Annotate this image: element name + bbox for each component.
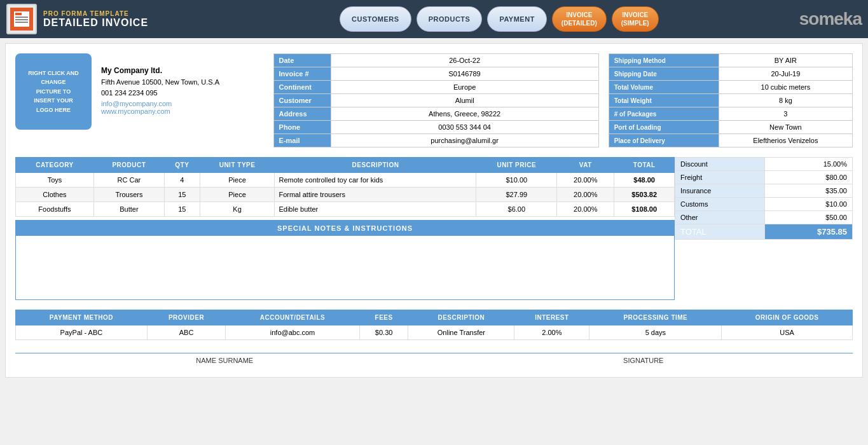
- shipping-value: Eleftherios Venizelos: [719, 134, 852, 147]
- svg-rect-4: [15, 22, 28, 23]
- shipping-row: Place of DeliveryEleftherios Venizelos: [609, 134, 852, 147]
- shipping-label: Shipping Date: [609, 67, 719, 81]
- special-notes: SPECIAL NOTES & INSTRUCTIONS: [15, 220, 675, 300]
- invoice-field-value: Athens, Greece, 98222: [331, 107, 598, 121]
- invoice-field-value: purchasing@alumil.gr: [331, 134, 598, 147]
- invoice-info-table: Date26-Oct-22Invoice #S0146789ContinentE…: [273, 53, 599, 147]
- product-cell: 20.00%: [557, 173, 614, 188]
- product-cell: $503.82: [614, 188, 675, 202]
- payment-cell: PayPal - ABC: [16, 325, 148, 340]
- payment-table: PAYMENT METHODPROVIDERACCOUNT/DETAILSFEE…: [15, 310, 853, 340]
- product-cell: $48.00: [614, 173, 675, 188]
- shipping-row: # of Packages3: [609, 107, 852, 121]
- svg-rect-1: [15, 13, 22, 15]
- shipping-value: 10 cubic meters: [719, 81, 852, 94]
- brand-name: someka: [799, 9, 862, 29]
- brand-logo: someka: [799, 9, 862, 29]
- product-cell: Piece: [200, 188, 275, 202]
- shipping-table: Shipping MethodBY AIRShipping Date20-Jul…: [609, 53, 853, 147]
- product-cell: $108.00: [614, 202, 675, 217]
- header: PRO FORMA TEMPLATE DETAILED INVOICE CUST…: [0, 0, 868, 38]
- svg-rect-2: [15, 17, 28, 18]
- app-icon: [6, 4, 37, 34]
- signature-row: NAME SURNAME SIGNATURE: [15, 353, 853, 367]
- summary-table: Discount15.00%Freight$80.00Insurance$35.…: [675, 157, 853, 240]
- summary-row: Freight$80.00: [675, 171, 853, 184]
- product-cell: 20.00%: [557, 188, 614, 202]
- summary-row-value: $35.00: [764, 184, 852, 198]
- nav-products-button[interactable]: PRODUCTS: [417, 6, 483, 32]
- invoice-info-row: Date26-Oct-22: [273, 54, 598, 67]
- invoice-info-row: Phone0030 553 344 04: [273, 121, 598, 134]
- logo-placeholder-text: RIGHT CLICK ANDCHANGEPICTURE TOINSERT YO…: [28, 69, 79, 114]
- total-value: $735.85: [764, 224, 852, 240]
- summary-row-label: Other: [675, 211, 765, 224]
- payment-col-header: FEES: [359, 310, 408, 325]
- shipping-row: Shipping MethodBY AIR: [609, 54, 852, 67]
- shipping-label: # of Packages: [609, 107, 719, 121]
- product-cell: Butter: [93, 202, 164, 217]
- product-cell: Clothes: [16, 188, 94, 202]
- summary-row-label: Customs: [675, 198, 765, 211]
- summary-area: Discount15.00%Freight$80.00Insurance$35.…: [675, 157, 853, 300]
- special-notes-body[interactable]: [16, 236, 674, 299]
- invoice-field-value: Alumil: [331, 94, 598, 107]
- company-email-link[interactable]: info@mycompany.com: [101, 100, 264, 107]
- invoice-info-row: AddressAthens, Greece, 98222: [273, 107, 598, 121]
- invoice-field-label: Phone: [273, 121, 331, 134]
- main-content: RIGHT CLICK ANDCHANGEPICTURE TOINSERT YO…: [5, 43, 863, 378]
- payment-col-header: DESCRIPTION: [408, 310, 514, 325]
- table-row: PayPal - ABCABCinfo@abc.com$0.30Online T…: [16, 325, 853, 340]
- summary-row: Discount15.00%: [675, 158, 853, 171]
- invoice-field-label: Continent: [273, 81, 331, 94]
- nav-invoice-detailed-button[interactable]: INVOICE(DETAILED): [552, 6, 607, 32]
- logo-placeholder[interactable]: RIGHT CLICK ANDCHANGEPICTURE TOINSERT YO…: [15, 53, 92, 130]
- company-info-row: RIGHT CLICK ANDCHANGEPICTURE TOINSERT YO…: [15, 53, 853, 147]
- payment-col-header: INTEREST: [514, 310, 589, 325]
- invoice-info-row: ContinentEurope: [273, 81, 598, 94]
- summary-row-label: Freight: [675, 171, 765, 184]
- payment-cell: USA: [722, 325, 853, 340]
- product-cell: Foodstuffs: [16, 202, 94, 217]
- nav-invoice-simple-button[interactable]: INVOICE(SIMPLE): [612, 6, 659, 32]
- products-col-header: QTY: [164, 158, 200, 173]
- product-cell: $10.00: [476, 173, 557, 188]
- total-label: TOTAL: [675, 224, 765, 240]
- header-subtitle: PRO FORMA TEMPLATE: [43, 10, 148, 17]
- table-row: ClothesTrousers15PieceFormal attire trou…: [16, 188, 675, 202]
- nav-buttons: CUSTOMERS PRODUCTS PAYMENT INVOICE(DETAI…: [148, 6, 799, 32]
- invoice-field-label: Invoice #: [273, 67, 331, 81]
- products-col-header: TOTAL: [614, 158, 675, 173]
- product-cell: 15: [164, 202, 200, 217]
- nav-customers-button[interactable]: CUSTOMERS: [340, 6, 411, 32]
- products-col-header: CATEGORY: [16, 158, 94, 173]
- shipping-row: Port of LoadingNew Town: [609, 121, 852, 134]
- company-website-link[interactable]: www.mycompany.com: [101, 107, 264, 115]
- summary-row-value: $10.00: [764, 198, 852, 211]
- payment-cell: Online Transfer: [408, 325, 514, 340]
- product-cell: Trousers: [93, 188, 164, 202]
- payment-cell: info@abc.com: [226, 325, 360, 340]
- product-cell: 20.00%: [557, 202, 614, 217]
- product-cell: RC Car: [93, 173, 164, 188]
- invoice-field-label: Address: [273, 107, 331, 121]
- nav-payment-button[interactable]: PAYMENT: [487, 6, 546, 32]
- shipping-label: Total Weight: [609, 94, 719, 107]
- product-cell: Kg: [200, 202, 275, 217]
- products-col-header: DESCRIPTION: [275, 158, 476, 173]
- company-name: My Company ltd.: [101, 66, 264, 75]
- product-cell: 15: [164, 188, 200, 202]
- summary-row: Other$50.00: [675, 211, 853, 224]
- summary-total-row: TOTAL $735.85: [675, 224, 853, 240]
- products-area: CATEGORYPRODUCTQTYUNIT TYPEDESCRIPTIONUN…: [15, 157, 675, 300]
- company-details: My Company ltd. Fifth Avenue 10500, New …: [101, 53, 264, 147]
- invoice-field-value: Europe: [331, 81, 598, 94]
- header-logo-area: PRO FORMA TEMPLATE DETAILED INVOICE: [6, 4, 148, 34]
- shipping-value: New Town: [719, 121, 852, 134]
- invoice-field-value: 0030 553 344 04: [331, 121, 598, 134]
- product-cell: $27.99: [476, 188, 557, 202]
- invoice-field-label: Customer: [273, 94, 331, 107]
- product-cell: Remote controlled toy car for kids: [275, 173, 476, 188]
- shipping-value: BY AIR: [719, 54, 852, 67]
- payment-cell: ABC: [147, 325, 225, 340]
